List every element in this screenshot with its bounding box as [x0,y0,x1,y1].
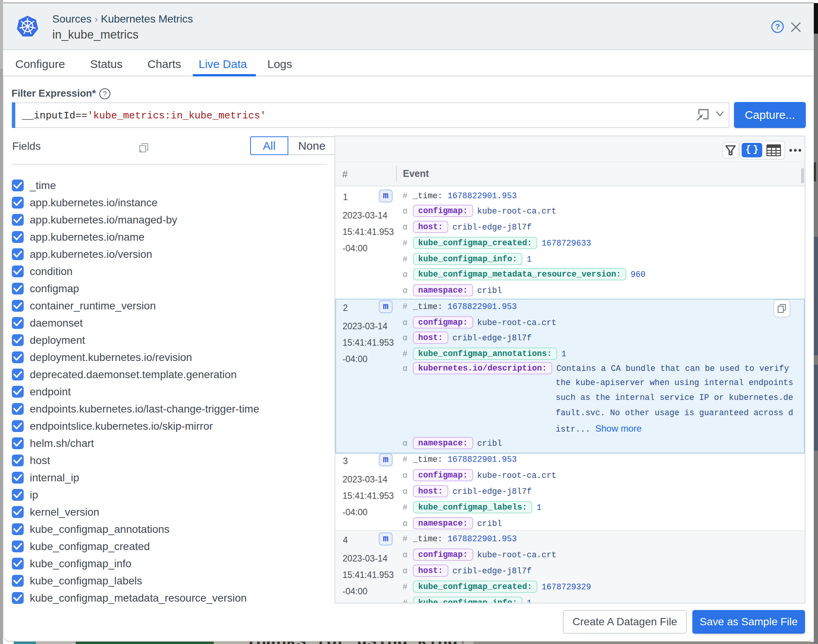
svg-text:?: ? [775,23,780,31]
svg-text:?: ? [103,90,107,98]
